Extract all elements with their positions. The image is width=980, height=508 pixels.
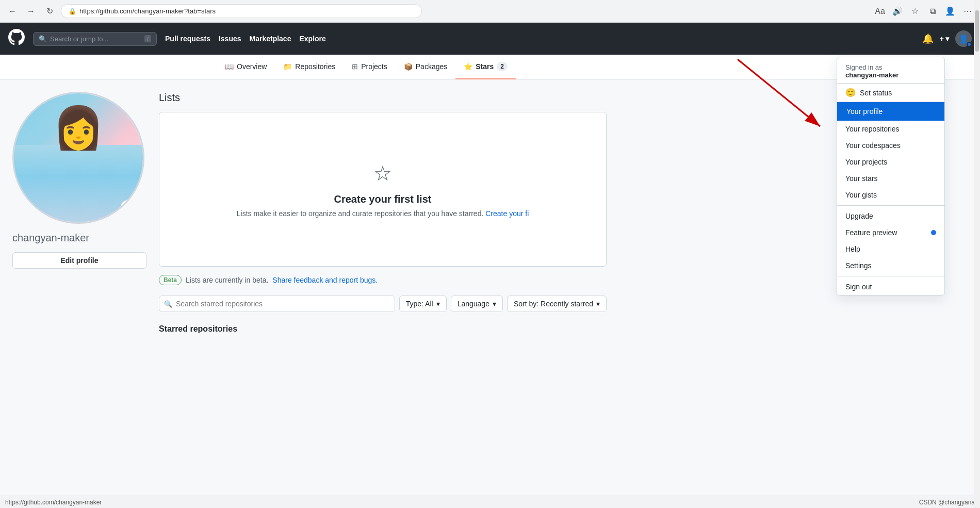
avatar-badge [967, 42, 972, 47]
type-chevron-icon: ▾ [436, 300, 440, 308]
stars-icon: ⭐ [464, 62, 472, 71]
your-repositories-item[interactable]: Your repositories [837, 121, 944, 137]
search-shortcut: / [144, 35, 151, 42]
sort-chevron-icon: ▾ [596, 300, 600, 308]
marketplace-link[interactable]: Marketplace [250, 35, 291, 43]
your-stars-item[interactable]: Your stars [837, 170, 944, 187]
beta-badge: Beta [159, 275, 182, 285]
lists-heading: Lists [159, 92, 607, 104]
browser-chrome: ← → ↻ 🔒 https://github.com/changyan-make… [0, 0, 980, 23]
user-avatar[interactable]: 👤 [955, 30, 972, 47]
language-filter-button[interactable]: Language ▾ [451, 296, 503, 312]
empty-description: Lists make it easier to organize and cur… [237, 209, 529, 218]
content-area: Lists ☆ Create your first list Lists mak… [159, 92, 607, 338]
profile-tabs: 📖 Overview 📁 Repositories ⊞ Projects 📦 P… [0, 55, 980, 79]
dropdown-divider-1 [837, 205, 944, 206]
search-filter-row: Type: All ▾ Language ▾ Sort by: Recently… [159, 296, 607, 312]
your-profile-item[interactable]: Your profile [837, 102, 944, 121]
sort-filter-button[interactable]: Sort by: Recently starred ▾ [507, 296, 607, 312]
sign-out-item[interactable]: Sign out [837, 278, 944, 295]
beta-notice: Beta Lists are currently in beta. Share … [159, 275, 607, 285]
dropdown-username: changyan-maker [845, 71, 936, 79]
main-layout: 🙂 changyan-maker Edit profile Lists ☆ Cr… [0, 79, 619, 350]
starred-repos-heading: Starred repositories [159, 324, 607, 334]
emoji-status-button[interactable]: 🙂 [120, 200, 137, 216]
profile-button[interactable]: 👤 [943, 4, 957, 19]
packages-icon: 📦 [404, 62, 413, 71]
type-filter-button[interactable]: Type: All ▾ [399, 296, 447, 312]
lists-empty-box: ☆ Create your first list Lists make it e… [159, 112, 607, 267]
github-navbar: 🔍 Search or jump to... / Pull requests I… [0, 23, 980, 55]
upgrade-item[interactable]: Upgrade [837, 208, 944, 224]
create-list-link[interactable]: Create your fi [485, 209, 529, 218]
status-emoji-icon: 🙂 [845, 88, 856, 97]
read-aloud-button[interactable]: 🔊 [890, 4, 905, 19]
tab-stars[interactable]: ⭐ Stars 2 [455, 55, 516, 79]
user-dropdown-menu: Signed in as changyan-maker 🙂 Set status… [837, 57, 945, 296]
projects-icon: ⊞ [352, 62, 358, 71]
search-repos-input[interactable] [159, 296, 395, 312]
language-chevron-icon: ▾ [493, 300, 496, 308]
edit-profile-button[interactable]: Edit profile [12, 252, 146, 269]
your-codespaces-item[interactable]: Your codespaces [837, 137, 944, 154]
search-bar[interactable]: 🔍 Search or jump to... / [33, 32, 157, 46]
search-placeholder: Search or jump to... [50, 35, 108, 43]
tab-projects[interactable]: ⊞ Projects [344, 55, 396, 79]
profile-avatar-container: 🙂 [12, 92, 144, 224]
scrollbar-thumb[interactable] [975, 10, 979, 52]
profile-sidebar: 🙂 changyan-maker Edit profile [12, 92, 146, 338]
overview-icon: 📖 [225, 62, 234, 71]
back-button[interactable]: ← [5, 4, 20, 19]
tab-overview[interactable]: 📖 Overview [217, 55, 275, 79]
scrollbar[interactable] [974, 0, 980, 350]
help-item[interactable]: Help [837, 241, 944, 257]
your-gists-item[interactable]: Your gists [837, 187, 944, 203]
star-icon-large: ☆ [373, 161, 392, 185]
address-bar[interactable]: 🔒 https://github.com/changyan-maker?tab=… [61, 4, 422, 18]
tab-packages[interactable]: 📦 Packages [396, 55, 455, 79]
issues-link[interactable]: Issues [219, 35, 241, 43]
stars-count: 2 [497, 62, 508, 71]
tab-repositories[interactable]: 📁 Repositories [275, 55, 344, 79]
favorites-button[interactable]: ☆ [908, 4, 922, 19]
explore-link[interactable]: Explore [299, 35, 325, 43]
settings-item[interactable]: Settings [837, 257, 944, 274]
notifications-button[interactable]: 🔔 [922, 33, 934, 44]
browser-actions: Aa 🔊 ☆ ⧉ 👤 ⋯ [873, 4, 975, 19]
url-text: https://github.com/changyan-maker?tab=st… [79, 7, 216, 15]
reload-button[interactable]: ↻ [42, 4, 57, 19]
empty-title: Create your first list [334, 193, 432, 205]
collections-button[interactable]: ⧉ [925, 4, 940, 19]
feature-preview-item[interactable]: Feature preview [837, 224, 944, 241]
search-repos-wrapper [159, 296, 395, 312]
beta-feedback-link[interactable]: Share feedback and report bugs. [272, 276, 378, 284]
dropdown-header: Signed in as changyan-maker [837, 57, 944, 84]
navbar-right: 🔔 + ▾ 👤 [922, 30, 972, 47]
your-projects-item[interactable]: Your projects [837, 154, 944, 170]
set-status-item[interactable]: 🙂 Set status [837, 84, 944, 102]
lock-icon: 🔒 [69, 8, 76, 15]
search-icon: 🔍 [39, 35, 47, 43]
repositories-icon: 📁 [283, 62, 292, 71]
pull-requests-link[interactable]: Pull requests [165, 35, 210, 43]
profile-username: changyan-maker [12, 232, 146, 244]
github-logo[interactable] [8, 29, 25, 48]
dropdown-divider-2 [837, 276, 944, 276]
translate-button[interactable]: Aa [873, 4, 887, 19]
create-button[interactable]: + ▾ [940, 35, 949, 43]
feature-preview-dot [931, 230, 936, 235]
more-button[interactable]: ⋯ [960, 4, 975, 19]
forward-button[interactable]: → [24, 4, 38, 19]
nav-links: Pull requests Issues Marketplace Explore [165, 35, 326, 43]
